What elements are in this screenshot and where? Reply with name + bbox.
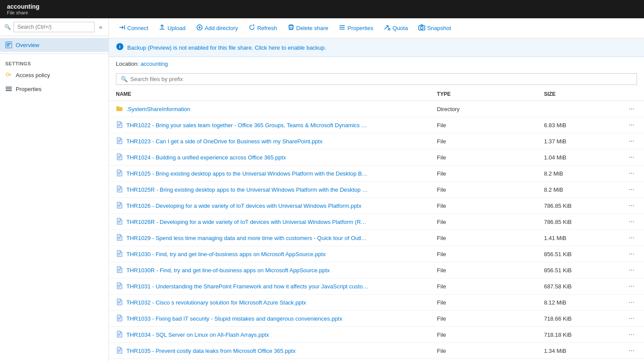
more-options-button[interactable]: ··· — [626, 217, 637, 227]
table-row: THR1030 - Find, try and get line-of-busi… — [109, 246, 644, 262]
more-options-button[interactable]: ··· — [626, 169, 637, 178]
connect-button[interactable]: Connect — [114, 22, 153, 34]
file-type-cell: File — [430, 198, 537, 214]
file-icon — [116, 266, 123, 274]
table-row: THR1026 - Developing for a wide variety … — [109, 198, 644, 214]
more-options-button[interactable]: ··· — [626, 265, 637, 275]
file-actions-cell: ··· — [617, 166, 644, 182]
refresh-icon — [248, 24, 255, 32]
file-size-cell: 8.2 MiB — [537, 182, 617, 198]
more-options-button[interactable]: ··· — [626, 120, 637, 130]
file-name-label[interactable]: THR1031 - Understanding the SharePoint F… — [126, 283, 369, 290]
svg-rect-11 — [7, 87, 7, 88]
svg-rect-2 — [7, 44, 10, 45]
file-name-label[interactable]: THR1025 - Bring existing desktop apps to… — [126, 170, 369, 177]
table-row: THR1025 - Bring existing desktop apps to… — [109, 166, 644, 182]
file-actions-cell: ··· — [617, 101, 644, 117]
file-name-label[interactable]: THR1034 - SQL Server on Linux on All-Fla… — [126, 332, 269, 338]
file-table-wrap: NAME TYPE SIZE .SystemShareInformationDi… — [109, 88, 644, 362]
file-actions-cell: ··· — [617, 214, 644, 230]
col-header-size[interactable]: SIZE — [537, 88, 617, 101]
collapse-button[interactable]: « — [97, 23, 104, 31]
snapshot-icon — [418, 24, 425, 32]
refresh-button[interactable]: Refresh — [244, 22, 281, 34]
file-name-label[interactable]: THR1026R - Developing for a wide variety… — [126, 219, 369, 225]
more-options-button[interactable]: ··· — [626, 314, 637, 323]
file-actions-cell: ··· — [617, 294, 644, 311]
table-row: THR1023 - Can I get a side of OneDrive f… — [109, 133, 644, 149]
properties-button[interactable]: Properties — [334, 22, 377, 34]
key-icon — [5, 71, 12, 78]
file-type-cell: File — [430, 182, 537, 198]
file-size-cell: 6.83 MiB — [537, 117, 617, 133]
more-options-button[interactable]: ··· — [626, 201, 637, 210]
file-name-label[interactable]: THR1032 - Cisco s revolutionary solution… — [126, 299, 306, 306]
file-actions-cell: ··· — [617, 117, 644, 133]
file-name-label[interactable]: .SystemShareInformation — [126, 106, 190, 112]
more-options-button[interactable]: ··· — [626, 249, 637, 259]
file-search-input[interactable] — [130, 76, 632, 82]
more-options-button[interactable]: ··· — [626, 185, 637, 194]
file-search-container: 🔍 — [116, 73, 637, 85]
more-options-button[interactable]: ··· — [626, 346, 637, 355]
file-name-label[interactable]: THR1029 - Spend less time managing data … — [126, 235, 369, 241]
file-type-cell: File — [430, 230, 537, 246]
add-directory-button[interactable]: Add directory — [192, 22, 243, 34]
info-text[interactable]: Backup (Preview) is not enabled for this… — [127, 44, 326, 51]
file-search-icon: 🔍 — [121, 76, 128, 82]
more-options-button[interactable]: ··· — [626, 330, 637, 339]
file-type-cell: File — [430, 214, 537, 230]
snapshot-button[interactable]: Snapshot — [414, 22, 455, 34]
sidebar-item-access-policy[interactable]: Access policy — [0, 68, 108, 82]
file-name-label[interactable]: THR1035 - Prevent costly data leaks from… — [126, 348, 295, 354]
add-dir-icon — [196, 24, 203, 32]
file-icon — [116, 153, 123, 162]
sidebar-item-properties[interactable]: Properties — [0, 82, 108, 96]
file-icon — [116, 315, 123, 323]
sidebar-nav: Overview SETTINGS Access policy — [0, 36, 108, 98]
col-header-type[interactable]: TYPE — [430, 88, 537, 101]
file-name-label[interactable]: THR1030R - Find, try and get line-of-bus… — [126, 267, 330, 274]
table-row: THR1031 - Understanding the SharePoint F… — [109, 278, 644, 294]
file-name-label[interactable]: THR1025R - Bring existing desktop apps t… — [126, 186, 369, 193]
table-row: THR1034 - SQL Server on Linux on All-Fla… — [109, 327, 644, 343]
sidebar-search-container: 🔍 « — [0, 18, 108, 36]
file-type-cell: File — [430, 359, 537, 362]
app-subtitle: File share — [7, 10, 637, 15]
sidebar-item-overview[interactable]: Overview — [0, 38, 108, 52]
folder-icon — [116, 105, 123, 113]
file-actions-cell: ··· — [617, 230, 644, 246]
file-name-label[interactable]: THR1033 - Fixing bad IT security - Stupi… — [126, 315, 342, 322]
delete-share-button[interactable]: Delete share — [283, 22, 333, 34]
file-size-cell: 718.66 KiB — [537, 311, 617, 327]
more-options-button[interactable]: ··· — [626, 281, 637, 291]
more-options-button[interactable]: ··· — [626, 233, 637, 243]
file-type-cell: File — [430, 294, 537, 311]
file-icon — [116, 234, 123, 242]
svg-point-4 — [6, 73, 9, 76]
file-name-label[interactable]: THR1026 - Developing for a wide variety … — [126, 203, 361, 209]
col-header-name[interactable]: NAME — [109, 88, 430, 101]
file-name-label[interactable]: THR1030 - Find, try and get line-of-busi… — [126, 251, 325, 257]
file-name-label[interactable]: THR1024 - Building a unified experience … — [126, 154, 286, 161]
more-options-button[interactable]: ··· — [626, 104, 637, 114]
file-size-cell: 1.41 MiB — [537, 230, 617, 246]
more-options-button[interactable]: ··· — [626, 136, 637, 146]
file-actions-cell: ··· — [617, 343, 644, 359]
file-name-label[interactable]: THR1022 - Bring your sales team together… — [126, 122, 369, 129]
file-actions-cell: ··· — [617, 182, 644, 198]
search-input[interactable] — [14, 22, 95, 32]
file-actions-cell: ··· — [617, 359, 644, 362]
main-layout: 🔍 « Overview SETTINGS — [0, 18, 644, 362]
more-options-button[interactable]: ··· — [626, 152, 637, 162]
upload-button[interactable]: Upload — [154, 22, 190, 34]
table-row: THR1030R - Find, try and get line-of-bus… — [109, 262, 644, 278]
quota-button[interactable]: Quota — [380, 22, 412, 34]
file-type-cell: File — [430, 327, 537, 343]
table-row: THR1035 - Prevent costly data leaks from… — [109, 343, 644, 359]
more-options-button[interactable]: ··· — [626, 298, 637, 307]
svg-text:i: i — [119, 44, 120, 49]
file-icon — [116, 218, 123, 226]
file-name-label[interactable]: THR1023 - Can I get a side of OneDrive f… — [126, 138, 322, 145]
location-link[interactable]: accounting — [140, 61, 168, 67]
